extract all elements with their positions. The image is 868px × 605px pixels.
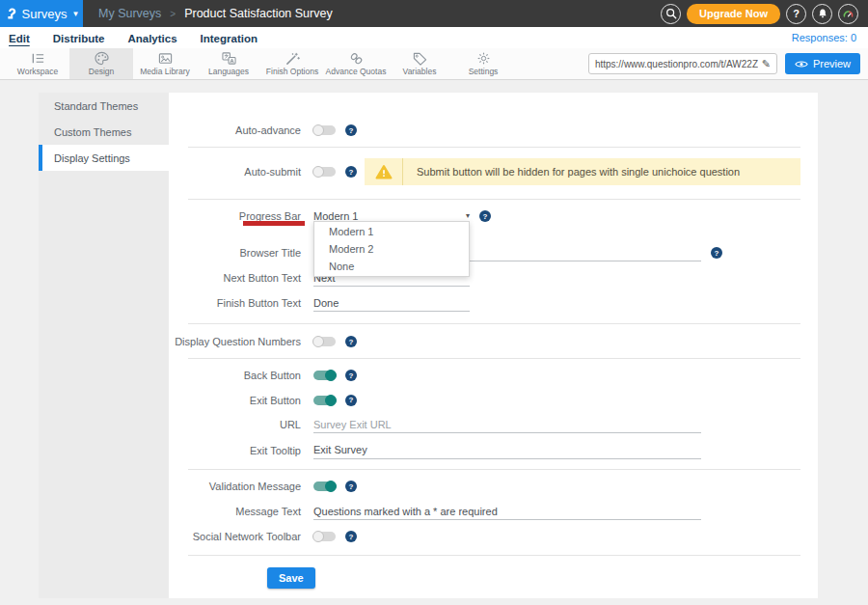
help-icon[interactable]: ?	[345, 370, 357, 381]
finish-button-text-input[interactable]	[313, 294, 470, 312]
help-icon[interactable]: ?	[345, 336, 357, 347]
help-icon[interactable]: ?	[345, 166, 357, 178]
divider	[188, 147, 800, 148]
survey-url-box: ✎	[588, 53, 777, 74]
exit-button-label: Exit Button	[169, 395, 313, 406]
dropdown-option-modern-1[interactable]: Modern 1	[314, 223, 469, 240]
questionpro-logo-icon	[4, 6, 17, 21]
display-question-numbers-toggle[interactable]	[313, 337, 336, 346]
breadcrumb: My Surveys > Product Satisfaction Survey	[98, 7, 333, 20]
variables-icon	[412, 51, 428, 66]
toolbar-item-settings[interactable]: Settings	[451, 48, 515, 79]
toolbar-item-workspace[interactable]: Workspace	[6, 48, 69, 79]
exit-url-row: URL	[169, 412, 818, 437]
exit-button-toggle[interactable]	[313, 396, 336, 405]
help-icon[interactable]: ?	[345, 124, 357, 136]
exit-button-row: Exit Button ?	[169, 388, 818, 412]
save-row: Save	[169, 567, 818, 589]
help-button[interactable]: ?	[786, 4, 806, 24]
message-text-input[interactable]	[313, 503, 701, 520]
workspace-icon	[30, 51, 46, 66]
breadcrumb-my-surveys[interactable]: My Surveys	[98, 7, 161, 20]
preview-button[interactable]: Preview	[785, 53, 860, 74]
help-icon[interactable]: ?	[345, 395, 357, 406]
edit-url-icon[interactable]: ✎	[762, 58, 771, 70]
header-actions: Upgrade Now ?	[661, 4, 868, 24]
sidebar-item-display-settings[interactable]: Display Settings	[39, 145, 169, 171]
toolbar-item-variables[interactable]: Variables	[388, 48, 451, 79]
auto-submit-warning: Submit button will be hidden for pages w…	[365, 158, 800, 185]
product-name: Surveys	[22, 7, 68, 21]
exit-tooltip-label: Exit Tooltip	[169, 445, 313, 456]
help-icon[interactable]: ?	[479, 210, 491, 222]
toolbar-right: ✎ Preview	[588, 48, 868, 79]
auto-submit-toggle[interactable]	[313, 167, 336, 177]
product-switcher[interactable]: Surveys ▼	[0, 0, 83, 27]
sidebar-item-custom-themes[interactable]: Custom Themes	[39, 119, 169, 145]
upgrade-now-button[interactable]: Upgrade Now	[687, 4, 780, 24]
validation-message-row: Validation Message ?	[169, 474, 818, 499]
dropdown-option-modern-2[interactable]: Modern 2	[314, 240, 469, 258]
warning-text: Submit button will be hidden for pages w…	[403, 166, 740, 178]
exit-tooltip-row: Exit Tooltip	[169, 437, 818, 463]
toolbar-item-languages[interactable]: Languages	[197, 48, 260, 79]
divider	[188, 555, 800, 556]
browser-title-label: Browser Title	[169, 247, 313, 259]
gauge-icon	[842, 8, 854, 20]
toolbar-item-finish-options[interactable]: Finish Options	[260, 48, 324, 79]
sidebar-item-standard-themes[interactable]: Standard Themes	[39, 93, 169, 119]
help-icon[interactable]: ?	[345, 531, 357, 542]
exit-url-input[interactable]	[313, 416, 701, 433]
survey-section-nav: Edit Distribute Analytics Integration Re…	[0, 27, 868, 48]
auto-submit-label: Auto-submit	[169, 166, 313, 178]
divider	[188, 323, 800, 324]
message-text-label: Message Text	[169, 506, 313, 517]
help-icon[interactable]: ?	[345, 481, 357, 492]
survey-url-input[interactable]	[595, 59, 758, 69]
back-button-label: Back Button	[169, 370, 313, 381]
help-icon[interactable]: ?	[711, 247, 722, 259]
save-button[interactable]: Save	[267, 567, 315, 589]
toolbar-item-design[interactable]: Design	[69, 48, 133, 79]
auto-advance-toggle[interactable]	[313, 125, 336, 135]
back-button-toggle[interactable]	[313, 371, 336, 380]
exit-url-label: URL	[169, 419, 313, 430]
exit-tooltip-input[interactable]	[313, 442, 701, 459]
divider	[188, 358, 800, 359]
display-settings-panel: Auto-advance ? Auto-submit ? Submit butt…	[169, 93, 818, 598]
languages-icon	[221, 51, 237, 66]
validation-message-label: Validation Message	[169, 481, 313, 492]
page-title: Product Satisfaction Survey	[184, 7, 333, 20]
auto-advance-label: Auto-advance	[169, 124, 313, 136]
next-button-text-row: Next Button Text	[169, 265, 818, 290]
browser-title-row: Browser Title ?	[169, 240, 818, 265]
tab-distribute[interactable]: Distribute	[53, 31, 105, 45]
social-network-toolbar-toggle[interactable]	[313, 532, 336, 541]
design-icon	[94, 51, 110, 66]
bell-icon	[817, 8, 828, 19]
divider	[188, 469, 800, 470]
next-button-text-label: Next Button Text	[169, 272, 313, 284]
auto-advance-row: Auto-advance ?	[169, 118, 818, 143]
message-text-row: Message Text	[169, 499, 818, 524]
settings-icon	[475, 51, 492, 66]
tab-integration[interactable]: Integration	[201, 31, 258, 45]
notifications-button[interactable]	[812, 4, 832, 24]
auto-submit-row: Auto-submit ? Submit button will be hidd…	[169, 152, 818, 191]
responses-count[interactable]: Responses: 0	[792, 32, 856, 43]
validation-message-toggle[interactable]	[313, 481, 336, 491]
search-button[interactable]	[661, 4, 681, 24]
tab-edit[interactable]: Edit	[9, 31, 30, 45]
back-button-row: Back Button ?	[169, 363, 818, 388]
toolbar-item-advance-quotas[interactable]: Advance Quotas	[324, 48, 388, 79]
chevron-down-icon: ▾	[466, 211, 470, 220]
toolbar-item-media-library[interactable]: Media Library	[133, 48, 197, 79]
finish-button-text-row: Finish Button Text	[169, 290, 818, 316]
dropdown-option-none[interactable]: None	[314, 258, 469, 275]
design-content: Standard Themes Custom Themes Display Se…	[0, 93, 868, 598]
divider	[188, 199, 800, 200]
edit-toolbar: Workspace Design Media Library Languages	[0, 48, 868, 80]
breadcrumb-separator: >	[170, 9, 176, 19]
account-usage-button[interactable]	[838, 4, 858, 24]
tab-analytics[interactable]: Analytics	[127, 31, 176, 45]
